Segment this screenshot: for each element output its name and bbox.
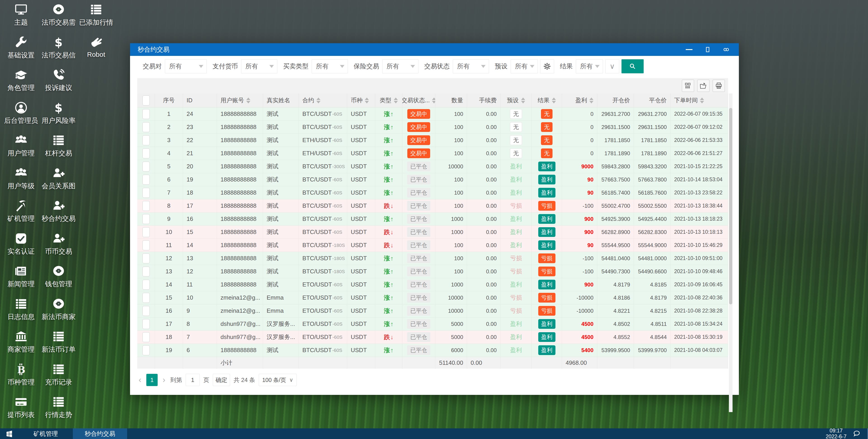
desktop-icon-member-relation-map[interactable]: 会员关系图 — [40, 167, 78, 191]
row-checkbox[interactable] — [143, 135, 150, 145]
desktop-icon-news-management[interactable]: 新闻管理 — [2, 265, 40, 289]
sort-icon[interactable] — [521, 97, 525, 104]
desktop-icon-new-fiat-order[interactable]: 新法币订单 — [40, 330, 78, 354]
expand-search-button[interactable]: ∨ — [605, 59, 619, 73]
sort-icon[interactable] — [246, 97, 250, 104]
desktop-icon-log-info[interactable]: 日志信息 — [2, 298, 40, 322]
desktop-icon-user-risk-rate[interactable]: 用户风险率 — [40, 101, 78, 125]
sort-icon[interactable] — [316, 97, 320, 104]
notifications-button[interactable] — [853, 430, 861, 438]
prev-page-button[interactable]: ‹ — [137, 375, 143, 385]
desktop-icon-real-name-auth[interactable]: 实名认证 — [2, 232, 40, 256]
page-number-button[interactable]: 1 — [146, 374, 158, 386]
next-page-button[interactable]: › — [161, 375, 167, 385]
column-header-preset[interactable]: 预设 — [500, 93, 532, 107]
column-header-result[interactable]: 结果 — [532, 93, 562, 107]
desktop-icon-admin-users[interactable]: 后台管理员 — [2, 101, 40, 125]
filter-pair-select[interactable]: 所有 — [165, 59, 207, 73]
column-header-status[interactable]: 交易状态... — [402, 93, 435, 107]
desktop-icon-user-management[interactable]: 用户管理 — [2, 134, 40, 158]
desktop-icon-second-contract[interactable]: 秒合约交易 — [40, 199, 78, 223]
column-header-seq[interactable]: 序号 — [155, 93, 183, 107]
select-all-checkbox[interactable] — [143, 95, 150, 106]
desktop-icon-withdraw-list[interactable]: 提币列表 — [2, 396, 40, 419]
desktop-icon-miner-management[interactable]: 矿机管理 — [2, 199, 40, 223]
row-checkbox[interactable] — [143, 332, 150, 342]
filter-trade-type-select[interactable]: 所有 — [312, 59, 348, 73]
desktop-icon-role-management[interactable]: 角色管理 — [2, 68, 40, 92]
search-button[interactable] — [621, 59, 644, 73]
desktop-icon-coin-trade[interactable]: 币币交易 — [40, 232, 78, 256]
row-checkbox[interactable] — [143, 254, 150, 263]
preset-button[interactable]: 无 — [510, 135, 522, 145]
desktop-icon-theme[interactable]: 主题 — [2, 3, 40, 27]
session-loop-button[interactable] — [722, 45, 731, 54]
preset-button[interactable]: 无 — [510, 122, 522, 132]
filter-trade-status-select[interactable]: 所有 — [453, 59, 489, 73]
row-checkbox[interactable] — [143, 122, 150, 132]
row-checkbox[interactable] — [143, 240, 150, 250]
filter-result-select[interactable]: 所有 — [576, 59, 603, 73]
column-header-name[interactable]: 真实姓名 — [263, 93, 299, 107]
column-header-profit[interactable]: 盈利 — [562, 93, 597, 107]
column-header-fee[interactable]: 手续费 — [467, 93, 500, 107]
column-header-id[interactable]: ID — [183, 93, 217, 107]
desktop-icon-leverage-trade[interactable]: 杠杆交易 — [40, 134, 78, 158]
page-size-select[interactable]: 100 条/页 ∨ — [259, 374, 297, 386]
sort-icon[interactable] — [365, 97, 369, 104]
column-header-chk[interactable] — [137, 93, 155, 107]
row-checkbox[interactable] — [143, 148, 150, 158]
print-button[interactable] — [713, 80, 725, 92]
restore-button[interactable] — [703, 45, 712, 54]
column-header-open[interactable]: 开仓价 — [597, 93, 634, 107]
taskbar-task-miner-management[interactable]: 矿机管理 — [19, 428, 73, 439]
columns-button[interactable] — [682, 80, 694, 92]
row-checkbox[interactable] — [143, 227, 150, 237]
column-header-contract[interactable]: 合约 — [299, 93, 347, 107]
filter-pay-currency-select[interactable]: 所有 — [241, 59, 277, 73]
confirm-page-button[interactable]: 确定 — [213, 374, 230, 386]
row-checkbox[interactable] — [143, 162, 150, 172]
goto-page-input[interactable]: 1 — [186, 374, 200, 386]
column-header-close[interactable]: 平仓价 — [634, 93, 671, 107]
sort-icon[interactable] — [394, 97, 398, 104]
sort-icon[interactable] — [432, 97, 435, 104]
taskbar-task-second-contract[interactable]: 秒合约交易 — [73, 428, 127, 439]
desktop-icon-user-level[interactable]: 用户等级 — [2, 167, 40, 191]
column-header-coin[interactable]: 币种 — [347, 93, 375, 107]
column-header-qty[interactable]: 数量 — [435, 93, 467, 107]
filter-insurance-select[interactable]: 所有 — [382, 59, 418, 73]
sort-icon[interactable] — [700, 97, 704, 104]
column-header-type[interactable]: 类型 — [375, 93, 402, 107]
row-checkbox[interactable] — [143, 306, 150, 316]
desktop-icon-merchant-management[interactable]: 商家管理 — [2, 330, 40, 354]
filter-preset-select[interactable]: 所有 — [511, 59, 538, 73]
desktop-icon-wallet-management[interactable]: 钱包管理 — [40, 265, 78, 289]
desktop-icon-complaints[interactable]: 投诉建议 — [40, 68, 78, 92]
row-checkbox[interactable] — [143, 109, 150, 119]
scrollbar-thumb[interactable] — [729, 108, 732, 304]
row-checkbox[interactable] — [143, 293, 150, 303]
desktop-icon-basic-settings[interactable]: 基础设置 — [2, 36, 40, 60]
desktop-icon-fiat-trade-info[interactable]: 法币交易信 — [40, 36, 78, 60]
row-checkbox[interactable] — [143, 280, 150, 290]
desktop-icon-market-trend[interactable]: 行情走势 — [40, 396, 78, 419]
window-titlebar[interactable]: 秒合约交易 — [130, 43, 739, 56]
row-checkbox[interactable] — [143, 267, 150, 276]
row-checkbox[interactable] — [143, 319, 150, 329]
preset-settings-button[interactable] — [540, 59, 554, 73]
column-header-time[interactable]: 下单时间 — [671, 93, 728, 107]
desktop-icon-coin-management[interactable]: 币种管理 — [2, 363, 40, 387]
sort-icon[interactable] — [589, 97, 593, 104]
row-checkbox[interactable] — [143, 188, 150, 198]
desktop-icon-deposit-records[interactable]: 充币记录 — [40, 363, 78, 387]
row-checkbox[interactable] — [143, 175, 150, 185]
desktop-icon-robot[interactable]: Robot — [78, 36, 115, 58]
row-checkbox[interactable] — [143, 201, 150, 211]
row-checkbox[interactable] — [143, 345, 150, 355]
desktop-icon-new-fiat-merchant[interactable]: 新法币商家 — [40, 298, 78, 322]
minimize-button[interactable] — [685, 45, 694, 54]
export-button[interactable] — [697, 80, 710, 92]
desktop-icon-added-markets[interactable]: 已添加行情 — [78, 3, 115, 27]
column-header-account[interactable]: 用户账号 — [217, 93, 263, 107]
